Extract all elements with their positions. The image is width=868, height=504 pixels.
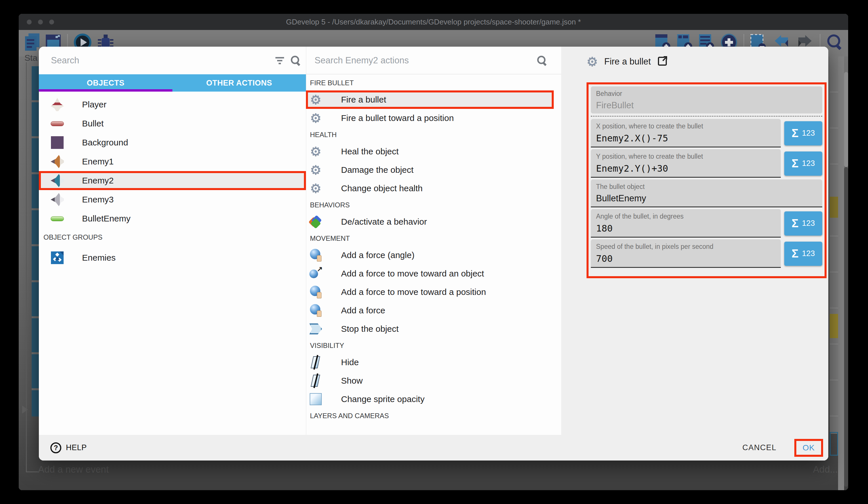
opacity-square-icon (308, 392, 323, 407)
force-orb-icon (308, 284, 323, 300)
action-title: Fire a bullet (604, 57, 651, 67)
action-row-heal-object[interactable]: ⚙ Heal the object (306, 142, 561, 161)
force-orb-arrow-icon: ↗ (308, 266, 323, 281)
object-row-enemy1[interactable]: Enemy1 (39, 152, 306, 171)
action-row-deactivate-behavior[interactable]: De/activate a behavior (306, 213, 561, 231)
action-row-add-force-toward-object[interactable]: ↗ Add a force to move toward an object (306, 264, 561, 283)
filter-icon[interactable] (274, 55, 285, 67)
sigma-icon: Σ (792, 157, 798, 170)
help-button[interactable]: ? HELP (50, 442, 87, 453)
flag-slash-icon (308, 355, 323, 370)
search-icon (536, 55, 548, 68)
window-title: GDevelop 5 - /Users/dkarakay/Documents/G… (286, 18, 581, 27)
enemy3-ship-icon (49, 192, 65, 208)
action-section-header: LAYERS AND CAMERAS (306, 409, 561, 423)
actions-panel: FIRE BULLET ⚙ Fire a bullet ⚙ Fire a bul… (306, 47, 561, 435)
action-row-fire-a-bullet-selected[interactable]: ⚙ Fire a bullet (306, 90, 554, 109)
expression-editor-button[interactable]: Σ 123 (784, 211, 822, 235)
object-row-enemy3[interactable]: Enemy3 (39, 190, 306, 209)
expression-editor-button[interactable]: Σ 123 (784, 151, 822, 176)
expression-editor-button[interactable]: Σ 123 (784, 121, 822, 145)
x-position-field[interactable]: X position, where to create the bullet E… (591, 119, 781, 148)
action-row-fire-bullet-toward-position[interactable]: ⚙ Fire a bullet toward a position (306, 109, 561, 127)
action-row-damage-object[interactable]: ⚙ Damage the object (306, 161, 561, 179)
behavior-field: Behavior FireBullet (591, 87, 822, 113)
bullet-capsule-icon (49, 115, 65, 132)
y-position-field[interactable]: Y position, where to create the bullet E… (591, 149, 781, 178)
search-icon[interactable] (826, 33, 844, 52)
action-details-panel: ⚙ Fire a bullet Behavior FireBullet X po… (561, 47, 828, 461)
bullet-object-field[interactable]: The bullet object BulletEnemy (591, 179, 822, 208)
field-divider (591, 116, 822, 117)
object-row-player[interactable]: Player (39, 95, 306, 114)
action-row-add-force-angle[interactable]: Add a force (angle) (306, 246, 561, 264)
tab-other-actions[interactable]: OTHER ACTIONS (172, 74, 306, 92)
enemies-group-icon (49, 250, 65, 266)
enemy1-ship-icon (49, 153, 65, 170)
action-section-header: VISIBILITY (306, 338, 561, 353)
gear-icon: ⚙ (308, 181, 323, 196)
object-search-input[interactable] (50, 55, 271, 66)
scene-tab-label: Sta (24, 53, 38, 63)
ok-button[interactable]: OK (801, 443, 816, 453)
sigma-icon: Σ (792, 127, 798, 140)
field-angle: Angle of the bullet, in degrees 180 Σ 12… (591, 209, 822, 238)
add-more-button[interactable]: Add... (813, 464, 838, 475)
action-row-hide[interactable]: Hide (306, 353, 561, 372)
object-row-enemy2-selected[interactable]: Enemy2 (39, 171, 306, 190)
green-capsule-icon (49, 211, 65, 226)
desktop: GDevelop 5 - /Users/dkarakay/Documents/G… (0, 0, 868, 504)
close-window-button[interactable] (27, 20, 32, 24)
event-drop-indicator (22, 405, 28, 414)
action-search-input[interactable] (314, 55, 527, 66)
action-section-header: BEHAVIORS (306, 198, 561, 213)
object-row-background[interactable]: Background (39, 133, 306, 152)
cancel-button[interactable]: CANCEL (741, 443, 778, 452)
gear-icon: ⚙ (308, 162, 323, 178)
action-section-header: HEALTH (306, 127, 561, 142)
tab-objects[interactable]: OBJECTS (39, 74, 172, 92)
gear-icon: ⚙ (308, 144, 323, 159)
behavior-layers-icon (308, 214, 323, 229)
event-tree-guide-elbow (26, 472, 38, 472)
gear-icon: ⚙ (308, 111, 323, 125)
field-x-position: X position, where to create the bullet E… (591, 119, 822, 148)
traffic-lights (27, 20, 54, 24)
editor-scrollbar-track[interactable] (844, 72, 848, 167)
open-in-new-icon[interactable] (657, 56, 668, 68)
minimize-window-button[interactable] (38, 20, 43, 24)
detail-header: ⚙ Fire a bullet (587, 55, 668, 68)
add-new-event-button[interactable]: Add a new event (38, 464, 109, 475)
parameters-highlight-frame: Behavior FireBullet X position, where to… (587, 82, 827, 278)
add-button-outline (830, 432, 838, 456)
event-rows-edge (830, 57, 838, 434)
enemy2-ship-icon (49, 172, 65, 189)
event-condition-column (32, 66, 39, 416)
highlighted-event-block (830, 314, 838, 338)
action-row-add-force-toward-position[interactable]: Add a force to move toward a position (306, 283, 561, 301)
titlebar: GDevelop 5 - /Users/dkarakay/Documents/G… (19, 14, 848, 30)
object-row-bulletenemy[interactable]: BulletEnemy (39, 209, 306, 228)
action-row-stop-the-object[interactable]: Stop the object (306, 320, 561, 338)
zoom-window-button[interactable] (49, 20, 54, 24)
group-row-enemies[interactable]: Enemies (39, 248, 306, 267)
expression-editor-button[interactable]: Σ 123 (784, 242, 822, 266)
force-orb-icon (308, 248, 323, 263)
action-row-show[interactable]: Show (306, 372, 561, 390)
project-manager-icon[interactable] (25, 33, 40, 52)
field-behavior: Behavior FireBullet (591, 87, 822, 113)
objects-panel: OBJECTS OTHER ACTIONS Player Bullet Back… (39, 47, 306, 435)
gear-icon: ⚙ (308, 92, 323, 107)
action-section-header: FIRE BULLET (306, 75, 561, 90)
gear-icon: ⚙ (587, 55, 598, 68)
editor-scrollbar-thumb[interactable] (844, 167, 848, 487)
action-row-change-sprite-opacity[interactable]: Change sprite opacity (306, 390, 561, 409)
object-search-row (39, 47, 306, 74)
object-row-bullet[interactable]: Bullet (39, 114, 306, 133)
search-icon (290, 55, 302, 68)
angle-field[interactable]: Angle of the bullet, in degrees 180 (591, 209, 781, 238)
speed-field[interactable]: Speed of the bullet, in pixels per secon… (591, 239, 781, 268)
field-speed: Speed of the bullet, in pixels per secon… (591, 239, 822, 268)
action-row-change-object-health[interactable]: ⚙ Change object health (306, 179, 561, 198)
action-row-add-a-force[interactable]: Add a force (306, 301, 561, 320)
